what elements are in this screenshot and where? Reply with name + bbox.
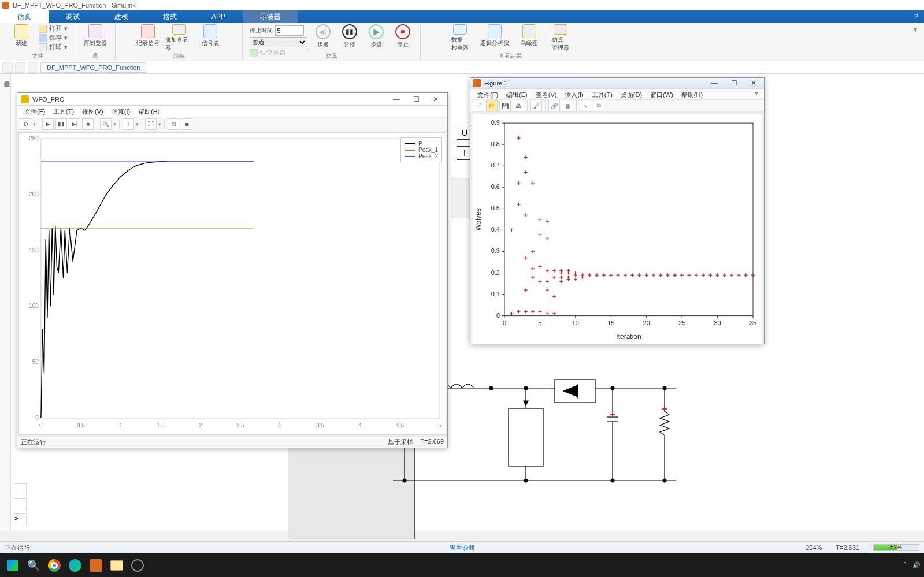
figure-menu-edit[interactable]: 编辑(E) (503, 89, 531, 99)
figure-new-icon[interactable]: 📄 (473, 100, 484, 111)
start-button[interactable] (3, 556, 22, 575)
figure-menu-more[interactable]: ▾ (752, 89, 760, 99)
svg-text:0.8: 0.8 (491, 140, 500, 147)
search-button[interactable]: 🔍 (24, 556, 43, 575)
figure-menu-insert[interactable]: 插入(I) (561, 89, 587, 99)
svg-text:0.5: 0.5 (77, 422, 85, 429)
library-browser-button[interactable]: 库浏览器 (81, 24, 109, 52)
add-viewer-button[interactable]: 添加查看器 (165, 24, 193, 52)
canvas-tool-1[interactable] (14, 483, 27, 496)
svg-point-21 (489, 386, 493, 390)
scope-zoom-icon[interactable]: 🔍 (100, 118, 112, 130)
scope-trigger-icon[interactable]: ⧉ (168, 118, 179, 130)
scope-window[interactable]: WFO_PRO — ☐ ✕ 文件(F) 工具(T) 视图(V) 仿真(I) 帮助… (17, 92, 448, 448)
figure-menu-window[interactable]: 窗口(W) (647, 89, 677, 99)
nav-fwd-button[interactable] (15, 62, 25, 73)
scope-cursor-icon[interactable]: ↕ (123, 118, 134, 130)
figure-title-bar[interactable]: Figure 1 — ☐ ✕ (470, 78, 764, 88)
print-button[interactable]: 打印 ▾ (39, 43, 68, 51)
scope-minimize-button[interactable]: — (388, 94, 405, 105)
svg-text:1: 1 (119, 422, 123, 429)
bird-view-button[interactable]: 鸟瞰图 (515, 24, 543, 52)
scope-step-icon[interactable]: ▶| (69, 118, 80, 130)
scope-close-button[interactable]: ✕ (428, 94, 444, 105)
scope-measure-icon[interactable]: ≣ (181, 118, 192, 130)
model-canvas[interactable]: 就绪查看栏 U I PV 阵列 (0, 74, 924, 531)
app-icon[interactable] (128, 556, 147, 575)
stop-button[interactable]: ■停止 (392, 24, 414, 49)
explorer-icon[interactable] (107, 556, 126, 575)
figure-insert-icon[interactable]: ▦ (562, 100, 573, 111)
figure-close-button[interactable]: ✕ (745, 78, 762, 88)
pause-button[interactable]: ▮▮暂停 (339, 24, 361, 49)
scope-title-bar[interactable]: WFO_PRO — ☐ ✕ (17, 93, 447, 106)
ribbon-body: 新建 打开 ▾ 保存 ▾ 打印 ▾ 文件 库浏览器 库 记录信号 添加查看器 信… (0, 23, 924, 61)
canvas-tool-2[interactable] (14, 498, 27, 511)
status-diagnostics-link[interactable]: 查看诊断 (450, 544, 475, 552)
figure-save-icon[interactable]: 💾 (499, 100, 511, 111)
scope-maximize-button[interactable]: ☐ (408, 94, 424, 105)
ribbon-tab-model[interactable]: 建模 (97, 10, 146, 23)
sim-manager-button[interactable]: 仿真 管理器 (547, 24, 574, 52)
ribbon-tab-app[interactable]: APP (194, 10, 243, 23)
scope-menu-tools[interactable]: 工具(T) (50, 106, 77, 117)
edge-icon[interactable] (66, 556, 84, 575)
figure-edit-icon[interactable]: 🖉 (530, 100, 542, 111)
ribbon-tab-scope[interactable]: 示波器 (243, 10, 298, 23)
figure-menu-file[interactable]: 文件(F) (474, 89, 502, 99)
scope-settings-icon[interactable]: ⚙ (20, 118, 31, 130)
scope-run-icon[interactable]: ▶ (42, 118, 54, 130)
figure-window[interactable]: Figure 1 — ☐ ✕ 文件(F) 编辑(E) 查看(V) 插入(I) 工… (470, 77, 765, 344)
logic-analyzer-button[interactable]: 逻辑分析仪 (477, 24, 512, 52)
taskbar-sound-icon[interactable]: 🔊 (912, 561, 921, 569)
data-inspector-button[interactable]: 数据 检查器 (446, 24, 474, 52)
ribbon-collapse-button[interactable]: ▾ (907, 23, 924, 61)
svg-text:30: 30 (714, 319, 721, 326)
scope-stop-icon[interactable]: ■ (82, 118, 94, 130)
nav-up-button[interactable] (28, 62, 38, 73)
scope-menu-help[interactable]: 帮助(H) (135, 106, 163, 117)
scope-menu-sim[interactable]: 仿真(I) (108, 106, 133, 117)
help-icon[interactable]: ? (914, 13, 918, 21)
canvas-expand[interactable]: » (14, 513, 27, 526)
nav-back-button[interactable] (2, 62, 13, 73)
scope-menu-file[interactable]: 文件(F) (21, 106, 49, 117)
matlab-icon[interactable] (87, 556, 105, 575)
new-button[interactable]: 新建 (8, 24, 35, 52)
sim-mode-select[interactable]: 普通 (250, 37, 307, 47)
step-back-button[interactable]: ◀|步退 (312, 24, 334, 49)
figure-maximize-button[interactable]: ☐ (726, 78, 742, 88)
taskbar-tray-up-icon[interactable]: ˄ (903, 561, 907, 569)
signal-table-button[interactable]: 信号表 (196, 24, 224, 52)
matlab-figure-icon (473, 79, 481, 87)
figure-minimize-button[interactable]: — (706, 78, 722, 88)
ribbon-tab-debug[interactable]: 调试 (49, 10, 97, 23)
scope-plot[interactable]: 05010015020025000.511.522.533.544.55 P P… (18, 132, 446, 435)
ribbon-tab-sim[interactable]: 仿真 (0, 10, 49, 23)
svg-text:4: 4 (358, 422, 362, 429)
save-button[interactable]: 保存 ▾ (39, 33, 68, 42)
status-progress-label: 52% (890, 544, 902, 550)
figure-menu-tools[interactable]: 工具(T) (588, 89, 616, 99)
figure-print-icon[interactable]: 🖶 (513, 100, 524, 111)
figure-menu-desktop[interactable]: 桌面(D) (617, 89, 645, 99)
taskbar-right: ˄ 🔊 (903, 561, 921, 569)
figure-link-icon[interactable]: 🔗 (548, 100, 560, 111)
open-button[interactable]: 打开 ▾ (39, 24, 68, 33)
figure-cursor-icon[interactable]: ↖ (580, 100, 591, 111)
scope-menu-view[interactable]: 视图(V) (79, 106, 107, 117)
figure-menu-help[interactable]: 帮助(H) (678, 89, 706, 99)
stop-time-input[interactable] (275, 25, 304, 36)
step-fwd-button[interactable]: |▶步进 (365, 24, 387, 49)
figure-menu-view[interactable]: 查看(V) (532, 89, 561, 99)
figure-plot[interactable]: 00.10.20.30.40.50.60.70.80.9051015202530… (473, 114, 762, 344)
scope-pause-icon[interactable]: ▮▮ (55, 118, 67, 130)
figure-dock-icon[interactable]: ⧉ (593, 100, 604, 111)
figure-open-icon[interactable]: 📂 (486, 100, 498, 111)
record-signal-button[interactable]: 记录信号 (134, 24, 162, 52)
chrome-icon[interactable] (45, 556, 64, 575)
scope-autoscale-icon[interactable]: ⛶ (145, 118, 157, 130)
status-zoom[interactable]: 204% (806, 544, 822, 551)
ribbon-tab-format[interactable]: 格式 (146, 10, 194, 23)
breadcrumb-tab[interactable]: DF_MPPT_WFO_PRO_Function (40, 62, 146, 73)
